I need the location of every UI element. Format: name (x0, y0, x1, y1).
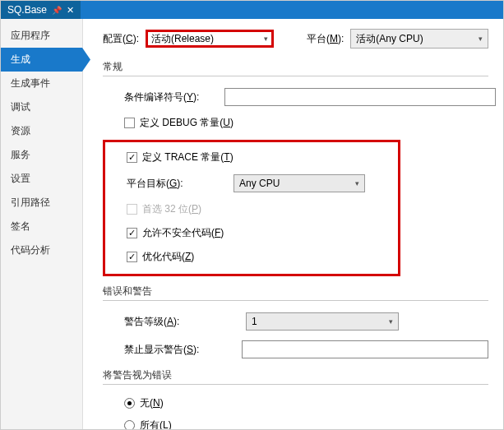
sidebar-item-services[interactable]: 服务 (1, 143, 82, 167)
optimize-label: 优化代码(Z) (142, 250, 194, 264)
sidebar-item-build-events[interactable]: 生成事件 (1, 72, 82, 95)
sidebar-item-settings[interactable]: 设置 (1, 167, 82, 191)
platform-label: 平台(M): (307, 32, 344, 46)
suppress-warn-input[interactable] (242, 340, 488, 358)
section-general: 常规 (103, 60, 488, 76)
section-treat: 将警告视为错误 (103, 368, 488, 385)
cond-symbols-label: 条件编译符号(Y): (124, 90, 216, 104)
sidebar-item-refpaths[interactable]: 引用路径 (1, 191, 82, 215)
prefer32-checkbox (127, 204, 137, 215)
cond-symbols-input[interactable] (224, 88, 496, 106)
sidebar-item-codeanalysis[interactable]: 代码分析 (1, 238, 82, 262)
debug-label: 定义 DEBUG 常量(U) (140, 116, 234, 130)
tab-bar: SQ.Base 📌 ✕ (1, 1, 503, 19)
sidebar-item-debug[interactable]: 调试 (1, 95, 82, 119)
trace-label: 定义 TRACE 常量(T) (142, 150, 234, 164)
warn-level-value: 1 (252, 316, 257, 327)
sidebar-item-resources[interactable]: 资源 (1, 119, 82, 143)
debug-checkbox[interactable] (124, 118, 135, 128)
tab-title: SQ.Base (7, 4, 47, 16)
tab-sqbase[interactable]: SQ.Base 📌 ✕ (1, 1, 81, 19)
config-value: 活动(Release) (151, 32, 214, 46)
treat-all-label: 所有(L) (140, 418, 172, 429)
trace-checkbox[interactable] (127, 152, 137, 163)
chevron-down-icon: ▾ (264, 35, 268, 43)
warn-level-label: 警告等级(A): (124, 315, 216, 329)
config-dropdown[interactable]: 活动(Release) ▾ (146, 30, 274, 48)
sidebar: 应用程序 生成 生成事件 调试 资源 服务 设置 引用路径 签名 代码分析 (1, 19, 83, 429)
sidebar-item-app[interactable]: 应用程序 (1, 24, 82, 48)
treat-none-radio[interactable] (124, 398, 135, 409)
unsafe-label: 允许不安全代码(F) (142, 226, 224, 240)
chevron-down-icon: ▾ (479, 35, 483, 43)
prefer32-label: 首选 32 位(P) (142, 202, 201, 216)
sidebar-item-signing[interactable]: 签名 (1, 215, 82, 238)
treat-all-radio[interactable] (124, 420, 135, 429)
platform-target-label: 平台目标(G): (127, 177, 225, 191)
pin-icon[interactable]: 📌 (52, 6, 62, 15)
highlighted-region: 定义 TRACE 常量(T) 平台目标(G): Any CPU ▾ 首选 32 … (103, 140, 400, 276)
content-panel: 配置(C): 活动(Release) ▾ 平台(M): 活动(Any CPU) … (83, 19, 503, 429)
sidebar-item-build[interactable]: 生成 (1, 48, 90, 72)
platform-target-dropdown[interactable]: Any CPU ▾ (234, 174, 365, 192)
platform-value: 活动(Any CPU) (356, 32, 423, 46)
platform-target-value: Any CPU (239, 178, 280, 189)
chevron-down-icon: ▾ (389, 317, 393, 326)
chevron-down-icon: ▾ (355, 179, 359, 187)
unsafe-checkbox[interactable] (127, 228, 137, 238)
config-label: 配置(C): (103, 32, 139, 46)
suppress-warn-label: 禁止显示警告(S): (124, 343, 216, 357)
treat-none-label: 无(N) (140, 396, 164, 410)
optimize-checkbox[interactable] (127, 252, 137, 262)
section-errwarn: 错误和警告 (103, 284, 488, 301)
platform-dropdown[interactable]: 活动(Any CPU) ▾ (350, 29, 488, 49)
warn-level-dropdown[interactable]: 1 ▾ (246, 312, 399, 331)
close-icon[interactable]: ✕ (67, 5, 74, 16)
